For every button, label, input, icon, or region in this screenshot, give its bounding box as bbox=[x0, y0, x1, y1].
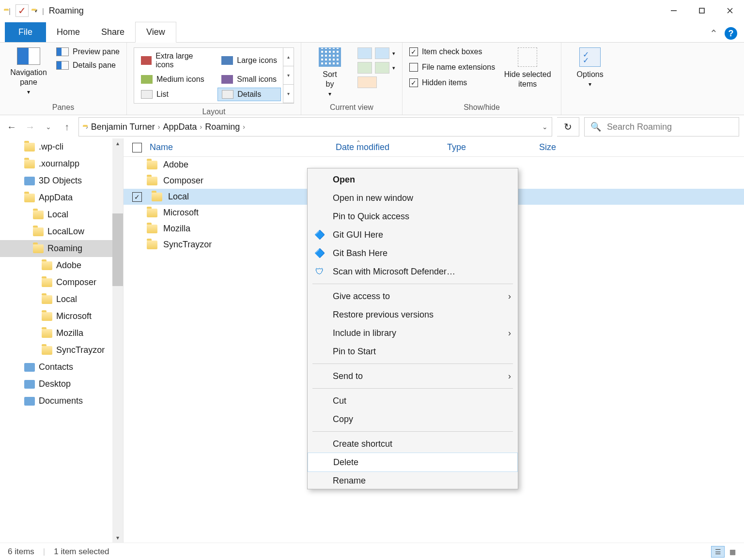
details-pane-button[interactable]: Details pane bbox=[56, 61, 120, 70]
scroll-down-icon[interactable]: ▾ bbox=[112, 533, 123, 543]
tree-item[interactable]: Local bbox=[0, 291, 123, 308]
spinner-down-icon[interactable]: ▾ bbox=[283, 66, 294, 85]
tree-item[interactable]: .xournalpp bbox=[0, 155, 123, 172]
maximize-button[interactable] bbox=[688, 0, 716, 21]
tree-item[interactable]: Mozilla bbox=[0, 325, 123, 342]
column-date-modified[interactable]: Date modified bbox=[336, 142, 447, 152]
column-size[interactable]: Size bbox=[539, 142, 597, 152]
chevron-down-icon[interactable]: ▾ bbox=[392, 65, 395, 71]
tree-item[interactable]: LocalLow bbox=[0, 223, 123, 240]
help-button[interactable]: ? bbox=[725, 27, 737, 40]
sort-by-button[interactable]: Sort by ▾ bbox=[308, 47, 352, 99]
options-button[interactable]: ✓ ✓ Options ▾ bbox=[568, 47, 612, 89]
spinner-up-icon[interactable]: ▴ bbox=[283, 48, 294, 66]
column-type[interactable]: Type bbox=[447, 142, 539, 152]
tree-item[interactable]: Desktop bbox=[0, 376, 123, 393]
menu-git-gui[interactable]: 🔷Git GUI Here bbox=[308, 226, 518, 244]
group-by-button[interactable] bbox=[375, 47, 389, 59]
layout-small-icons[interactable]: Small icons bbox=[217, 73, 281, 86]
collapse-ribbon-icon[interactable]: ⌃ bbox=[710, 28, 718, 39]
recent-locations-button[interactable]: ⌄ bbox=[42, 120, 55, 134]
tree-item[interactable]: 3D Objects bbox=[0, 172, 123, 189]
chevron-right-icon[interactable]: › bbox=[86, 123, 88, 131]
menu-open[interactable]: Open bbox=[308, 170, 518, 189]
size-columns-button[interactable] bbox=[375, 62, 389, 74]
size-columns-button[interactable] bbox=[357, 62, 372, 74]
menu-pin-quick-access[interactable]: Pin to Quick access bbox=[308, 207, 518, 226]
thumbnails-view-button[interactable]: ▦ bbox=[726, 546, 739, 558]
layout-large-icons[interactable]: Large icons bbox=[217, 50, 281, 71]
search-box[interactable]: 🔍 Search Roaming bbox=[584, 117, 739, 136]
add-columns-button[interactable] bbox=[357, 47, 372, 59]
row-checkbox[interactable]: ✓ bbox=[132, 192, 142, 202]
menu-open-new-window[interactable]: Open in new window bbox=[308, 189, 518, 207]
breadcrumb-item[interactable]: Benjamin Turner bbox=[91, 122, 155, 132]
tree-item[interactable]: AppData bbox=[0, 189, 123, 206]
folder-icon bbox=[42, 329, 52, 338]
menu-git-bash[interactable]: 🔷Git Bash Here bbox=[308, 244, 518, 262]
chevron-right-icon[interactable]: › bbox=[200, 123, 202, 131]
menu-rename[interactable]: Rename bbox=[308, 471, 518, 487]
navigation-pane-button[interactable]: Navigation pane ▾ bbox=[7, 47, 50, 97]
spinner-more-icon[interactable]: ▾ bbox=[283, 85, 294, 103]
file-extensions-toggle[interactable]: File name extensions bbox=[409, 63, 495, 72]
chevron-right-icon[interactable]: › bbox=[158, 123, 160, 131]
tree-item[interactable]: Roaming bbox=[0, 240, 123, 257]
folder-icon bbox=[33, 227, 44, 236]
menu-copy[interactable]: Copy bbox=[308, 410, 518, 428]
tree-item[interactable]: Microsoft bbox=[0, 308, 123, 325]
tree-item[interactable]: Contacts bbox=[0, 359, 123, 376]
tab-home[interactable]: Home bbox=[46, 22, 91, 42]
minimize-button[interactable] bbox=[660, 0, 688, 21]
tree-item[interactable]: Documents bbox=[0, 393, 123, 409]
layout-medium-icons[interactable]: Medium icons bbox=[137, 73, 213, 86]
menu-defender-scan[interactable]: 🛡Scan with Microsoft Defender… bbox=[308, 262, 518, 281]
forward-button[interactable]: → bbox=[23, 120, 37, 134]
address-dropdown-icon[interactable]: ⌄ bbox=[542, 123, 548, 131]
layout-extra-large-icons[interactable]: Extra large icons bbox=[137, 50, 213, 71]
close-button[interactable] bbox=[716, 0, 744, 21]
menu-cut[interactable]: Cut bbox=[308, 392, 518, 410]
tree-item[interactable]: Adobe bbox=[0, 257, 123, 274]
menu-pin-start[interactable]: Pin to Start bbox=[308, 342, 518, 361]
tree-item[interactable]: Composer bbox=[0, 274, 123, 291]
preview-pane-button[interactable]: Preview pane bbox=[56, 47, 120, 56]
layout-list[interactable]: List bbox=[137, 88, 213, 101]
tree-scrollbar[interactable] bbox=[112, 138, 123, 543]
tree-item[interactable]: SyncTrayzor bbox=[0, 342, 123, 359]
select-all-checkbox[interactable] bbox=[132, 143, 142, 152]
scroll-up-icon[interactable]: ▴ bbox=[112, 138, 123, 148]
menu-restore-versions[interactable]: Restore previous versions bbox=[308, 305, 518, 324]
address-bar[interactable]: › Benjamin Turner › AppData › Roaming › … bbox=[78, 117, 552, 136]
tree-item[interactable]: .wp-cli bbox=[0, 138, 123, 155]
menu-include-library[interactable]: Include in library› bbox=[308, 324, 518, 342]
refresh-button[interactable]: ↻ bbox=[557, 117, 579, 136]
tree-view[interactable]: .wp-cli.xournalpp3D ObjectsAppDataLocalL… bbox=[0, 138, 124, 543]
hide-selected-button[interactable]: Hide selected items bbox=[501, 47, 554, 89]
scrollbar-thumb[interactable] bbox=[112, 213, 123, 286]
item-checkboxes-toggle[interactable]: ✓Item check boxes bbox=[409, 47, 495, 56]
ribbon-group-show-hide: ✓Item check boxes File name extensions ✓… bbox=[403, 43, 561, 115]
breadcrumb-item[interactable]: Roaming bbox=[205, 122, 240, 132]
hidden-items-toggle[interactable]: ✓Hidden items bbox=[409, 78, 495, 87]
tab-view[interactable]: View bbox=[135, 22, 176, 43]
column-name[interactable]: Name bbox=[132, 142, 336, 152]
gallery-spinner[interactable]: ▴▾▾ bbox=[283, 48, 294, 103]
menu-delete[interactable]: Delete bbox=[308, 453, 518, 472]
tree-item[interactable]: Local bbox=[0, 206, 123, 223]
chevron-down-icon[interactable]: ▾ bbox=[392, 50, 395, 57]
menu-send-to[interactable]: Send to› bbox=[308, 367, 518, 385]
tab-share[interactable]: Share bbox=[91, 22, 135, 42]
layout-gallery[interactable]: Extra large icons Large icons Medium ico… bbox=[134, 47, 294, 104]
up-button[interactable]: ↑ bbox=[60, 120, 74, 134]
chevron-right-icon[interactable]: › bbox=[243, 123, 245, 131]
menu-create-shortcut[interactable]: Create shortcut bbox=[308, 435, 518, 453]
details-view-button[interactable]: ☰ bbox=[711, 546, 725, 558]
layout-details[interactable]: Details bbox=[217, 88, 281, 101]
menu-give-access[interactable]: Give access to› bbox=[308, 287, 518, 305]
qat-checkbox-icon[interactable]: ✓ bbox=[16, 4, 29, 17]
tab-file[interactable]: File bbox=[5, 22, 46, 42]
breadcrumb-item[interactable]: AppData bbox=[163, 122, 197, 132]
back-button[interactable]: ← bbox=[5, 120, 18, 134]
fit-columns-button[interactable] bbox=[357, 76, 377, 88]
